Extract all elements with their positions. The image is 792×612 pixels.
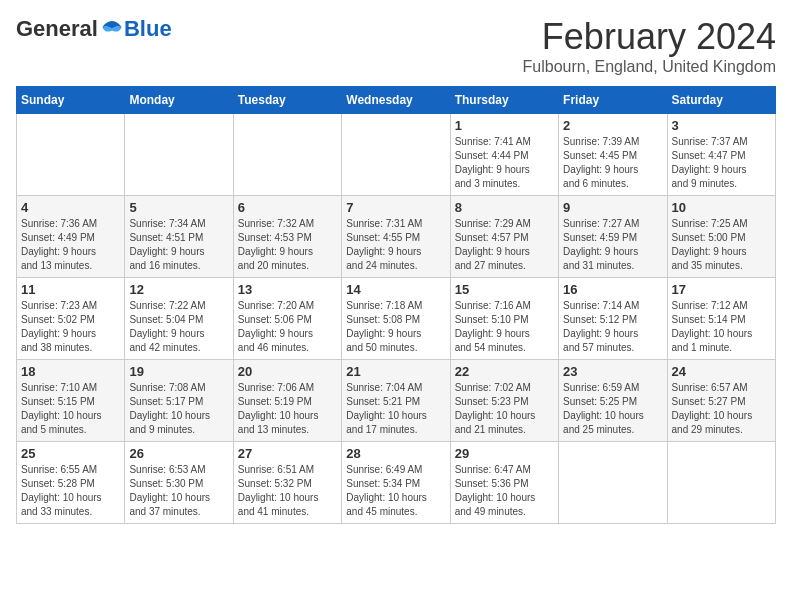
calendar-cell: 19Sunrise: 7:08 AM Sunset: 5:17 PM Dayli… (125, 360, 233, 442)
day-info: Sunrise: 7:18 AM Sunset: 5:08 PM Dayligh… (346, 299, 445, 355)
day-number: 2 (563, 118, 662, 133)
day-info: Sunrise: 6:53 AM Sunset: 5:30 PM Dayligh… (129, 463, 228, 519)
logo-general: General (16, 16, 98, 42)
day-number: 10 (672, 200, 771, 215)
logo-blue: Blue (124, 16, 172, 42)
logo: General Blue (16, 16, 172, 42)
day-info: Sunrise: 7:27 AM Sunset: 4:59 PM Dayligh… (563, 217, 662, 273)
header-thursday: Thursday (450, 87, 558, 114)
calendar-cell (342, 114, 450, 196)
day-number: 6 (238, 200, 337, 215)
calendar-body: 1Sunrise: 7:41 AM Sunset: 4:44 PM Daylig… (17, 114, 776, 524)
day-info: Sunrise: 7:37 AM Sunset: 4:47 PM Dayligh… (672, 135, 771, 191)
day-info: Sunrise: 6:59 AM Sunset: 5:25 PM Dayligh… (563, 381, 662, 437)
day-number: 26 (129, 446, 228, 461)
week-row-5: 25Sunrise: 6:55 AM Sunset: 5:28 PM Dayli… (17, 442, 776, 524)
calendar-cell: 21Sunrise: 7:04 AM Sunset: 5:21 PM Dayli… (342, 360, 450, 442)
day-info: Sunrise: 7:20 AM Sunset: 5:06 PM Dayligh… (238, 299, 337, 355)
calendar-cell (125, 114, 233, 196)
day-info: Sunrise: 7:31 AM Sunset: 4:55 PM Dayligh… (346, 217, 445, 273)
calendar-cell: 27Sunrise: 6:51 AM Sunset: 5:32 PM Dayli… (233, 442, 341, 524)
calendar-cell (667, 442, 775, 524)
calendar-cell: 11Sunrise: 7:23 AM Sunset: 5:02 PM Dayli… (17, 278, 125, 360)
day-number: 12 (129, 282, 228, 297)
day-info: Sunrise: 7:16 AM Sunset: 5:10 PM Dayligh… (455, 299, 554, 355)
day-number: 9 (563, 200, 662, 215)
day-number: 19 (129, 364, 228, 379)
logo-bird-icon (100, 19, 124, 39)
header-monday: Monday (125, 87, 233, 114)
calendar-cell: 9Sunrise: 7:27 AM Sunset: 4:59 PM Daylig… (559, 196, 667, 278)
calendar-cell: 15Sunrise: 7:16 AM Sunset: 5:10 PM Dayli… (450, 278, 558, 360)
day-number: 13 (238, 282, 337, 297)
day-info: Sunrise: 7:02 AM Sunset: 5:23 PM Dayligh… (455, 381, 554, 437)
week-row-2: 4Sunrise: 7:36 AM Sunset: 4:49 PM Daylig… (17, 196, 776, 278)
day-number: 5 (129, 200, 228, 215)
calendar-cell: 14Sunrise: 7:18 AM Sunset: 5:08 PM Dayli… (342, 278, 450, 360)
calendar-cell: 28Sunrise: 6:49 AM Sunset: 5:34 PM Dayli… (342, 442, 450, 524)
calendar-cell: 20Sunrise: 7:06 AM Sunset: 5:19 PM Dayli… (233, 360, 341, 442)
calendar-cell: 10Sunrise: 7:25 AM Sunset: 5:00 PM Dayli… (667, 196, 775, 278)
week-row-4: 18Sunrise: 7:10 AM Sunset: 5:15 PM Dayli… (17, 360, 776, 442)
header-wednesday: Wednesday (342, 87, 450, 114)
calendar-cell (17, 114, 125, 196)
calendar-cell: 12Sunrise: 7:22 AM Sunset: 5:04 PM Dayli… (125, 278, 233, 360)
day-info: Sunrise: 6:47 AM Sunset: 5:36 PM Dayligh… (455, 463, 554, 519)
day-number: 3 (672, 118, 771, 133)
day-info: Sunrise: 6:55 AM Sunset: 5:28 PM Dayligh… (21, 463, 120, 519)
calendar-cell: 25Sunrise: 6:55 AM Sunset: 5:28 PM Dayli… (17, 442, 125, 524)
calendar-cell: 1Sunrise: 7:41 AM Sunset: 4:44 PM Daylig… (450, 114, 558, 196)
day-info: Sunrise: 7:25 AM Sunset: 5:00 PM Dayligh… (672, 217, 771, 273)
day-number: 8 (455, 200, 554, 215)
calendar-cell (559, 442, 667, 524)
week-row-3: 11Sunrise: 7:23 AM Sunset: 5:02 PM Dayli… (17, 278, 776, 360)
day-number: 18 (21, 364, 120, 379)
header-friday: Friday (559, 87, 667, 114)
day-info: Sunrise: 7:34 AM Sunset: 4:51 PM Dayligh… (129, 217, 228, 273)
location: Fulbourn, England, United Kingdom (523, 58, 777, 76)
header-saturday: Saturday (667, 87, 775, 114)
week-row-1: 1Sunrise: 7:41 AM Sunset: 4:44 PM Daylig… (17, 114, 776, 196)
day-number: 23 (563, 364, 662, 379)
day-number: 28 (346, 446, 445, 461)
calendar-cell: 18Sunrise: 7:10 AM Sunset: 5:15 PM Dayli… (17, 360, 125, 442)
calendar-header: SundayMondayTuesdayWednesdayThursdayFrid… (17, 87, 776, 114)
day-number: 14 (346, 282, 445, 297)
calendar-cell: 24Sunrise: 6:57 AM Sunset: 5:27 PM Dayli… (667, 360, 775, 442)
calendar-cell: 29Sunrise: 6:47 AM Sunset: 5:36 PM Dayli… (450, 442, 558, 524)
day-info: Sunrise: 7:23 AM Sunset: 5:02 PM Dayligh… (21, 299, 120, 355)
day-info: Sunrise: 7:10 AM Sunset: 5:15 PM Dayligh… (21, 381, 120, 437)
calendar-table: SundayMondayTuesdayWednesdayThursdayFrid… (16, 86, 776, 524)
month-title: February 2024 (523, 16, 777, 58)
day-number: 24 (672, 364, 771, 379)
title-section: February 2024 Fulbourn, England, United … (523, 16, 777, 76)
day-info: Sunrise: 7:32 AM Sunset: 4:53 PM Dayligh… (238, 217, 337, 273)
day-info: Sunrise: 7:12 AM Sunset: 5:14 PM Dayligh… (672, 299, 771, 355)
calendar-cell: 2Sunrise: 7:39 AM Sunset: 4:45 PM Daylig… (559, 114, 667, 196)
page-header: General Blue February 2024 Fulbourn, Eng… (16, 16, 776, 76)
calendar-cell: 17Sunrise: 7:12 AM Sunset: 5:14 PM Dayli… (667, 278, 775, 360)
day-number: 15 (455, 282, 554, 297)
day-info: Sunrise: 7:29 AM Sunset: 4:57 PM Dayligh… (455, 217, 554, 273)
header-row: SundayMondayTuesdayWednesdayThursdayFrid… (17, 87, 776, 114)
calendar-cell: 7Sunrise: 7:31 AM Sunset: 4:55 PM Daylig… (342, 196, 450, 278)
day-number: 1 (455, 118, 554, 133)
day-number: 11 (21, 282, 120, 297)
day-number: 25 (21, 446, 120, 461)
day-info: Sunrise: 7:39 AM Sunset: 4:45 PM Dayligh… (563, 135, 662, 191)
day-number: 4 (21, 200, 120, 215)
day-number: 27 (238, 446, 337, 461)
calendar-cell: 5Sunrise: 7:34 AM Sunset: 4:51 PM Daylig… (125, 196, 233, 278)
day-number: 21 (346, 364, 445, 379)
day-number: 7 (346, 200, 445, 215)
calendar-cell: 16Sunrise: 7:14 AM Sunset: 5:12 PM Dayli… (559, 278, 667, 360)
calendar-cell (233, 114, 341, 196)
day-info: Sunrise: 7:08 AM Sunset: 5:17 PM Dayligh… (129, 381, 228, 437)
header-tuesday: Tuesday (233, 87, 341, 114)
day-info: Sunrise: 7:22 AM Sunset: 5:04 PM Dayligh… (129, 299, 228, 355)
calendar-cell: 26Sunrise: 6:53 AM Sunset: 5:30 PM Dayli… (125, 442, 233, 524)
calendar-cell: 13Sunrise: 7:20 AM Sunset: 5:06 PM Dayli… (233, 278, 341, 360)
calendar-cell: 23Sunrise: 6:59 AM Sunset: 5:25 PM Dayli… (559, 360, 667, 442)
day-info: Sunrise: 7:06 AM Sunset: 5:19 PM Dayligh… (238, 381, 337, 437)
day-info: Sunrise: 7:41 AM Sunset: 4:44 PM Dayligh… (455, 135, 554, 191)
